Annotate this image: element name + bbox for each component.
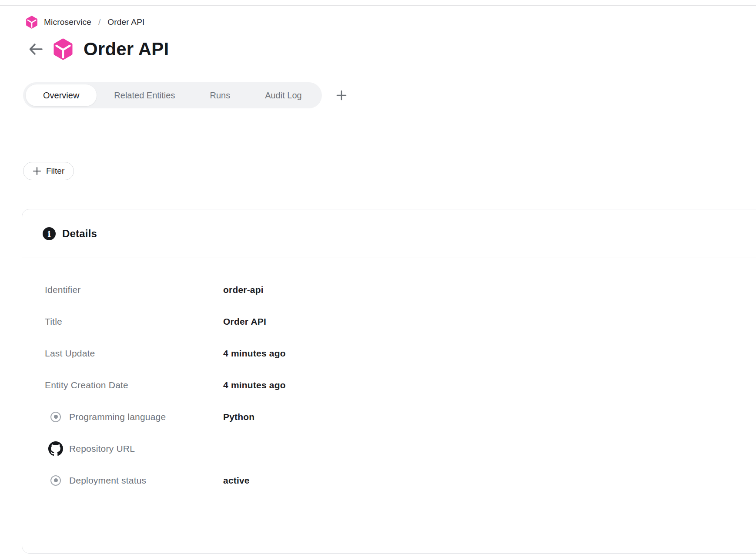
window-top-divider — [0, 5, 756, 6]
field-value: Order API — [223, 316, 266, 327]
details-card-header: i Details — [22, 209, 756, 258]
field-value: Python — [223, 412, 254, 422]
table-row: Identifier order-api — [22, 274, 756, 306]
table-row: Entity Creation Date 4 minutes ago — [22, 369, 756, 401]
back-arrow-icon — [27, 41, 44, 57]
table-row: Deployment status active — [22, 464, 756, 496]
radio-dot-icon — [50, 412, 61, 422]
field-value: order-api — [223, 285, 264, 295]
field-value: active — [223, 475, 250, 486]
page-header: Order API — [27, 38, 169, 60]
filter-button-label: Filter — [46, 166, 64, 176]
github-icon — [48, 441, 63, 456]
back-button[interactable] — [27, 40, 44, 58]
details-card-body: Identifier order-api Title Order API Las… — [22, 258, 756, 496]
table-row: Last Update 4 minutes ago — [22, 337, 756, 369]
details-card: i Details Identifier order-api Title Ord… — [22, 209, 756, 554]
filter-button[interactable]: Filter — [23, 162, 74, 180]
tab-pill-container: Overview Related Entities Runs Audit Log — [23, 82, 322, 108]
table-row: Title Order API — [22, 306, 756, 337]
plus-icon — [33, 167, 41, 175]
field-label: Identifier — [22, 285, 223, 295]
tab-overview[interactable]: Overview — [26, 84, 97, 106]
page-title: Order API — [84, 39, 169, 60]
field-label: Programming language — [69, 412, 166, 422]
tab-audit-log[interactable]: Audit Log — [248, 84, 319, 106]
radio-dot-icon — [50, 475, 61, 486]
field-label: Title — [22, 316, 223, 327]
field-value: 4 minutes ago — [223, 380, 286, 390]
tab-bar: Overview Related Entities Runs Audit Log — [23, 82, 349, 108]
box-icon — [52, 38, 74, 60]
breadcrumb-separator: / — [98, 17, 100, 27]
breadcrumb-item-entity: Order API — [107, 17, 144, 27]
breadcrumb-item-blueprint[interactable]: Microservice — [44, 17, 91, 27]
plus-icon — [336, 90, 347, 101]
field-value: 4 minutes ago — [223, 348, 286, 359]
tab-related-entities[interactable]: Related Entities — [97, 84, 192, 106]
field-label: Deployment status — [69, 475, 146, 486]
tab-runs[interactable]: Runs — [192, 84, 248, 106]
table-row: Repository URL — [22, 433, 756, 464]
field-label: Entity Creation Date — [22, 380, 223, 390]
info-icon: i — [43, 227, 56, 240]
field-label: Repository URL — [69, 444, 135, 454]
box-icon — [25, 16, 38, 29]
breadcrumb: Microservice / Order API — [25, 16, 145, 29]
add-tab-button[interactable] — [334, 88, 349, 103]
table-row: Programming language Python — [22, 401, 756, 433]
field-label: Last Update — [22, 348, 223, 359]
details-card-title: Details — [62, 228, 97, 240]
